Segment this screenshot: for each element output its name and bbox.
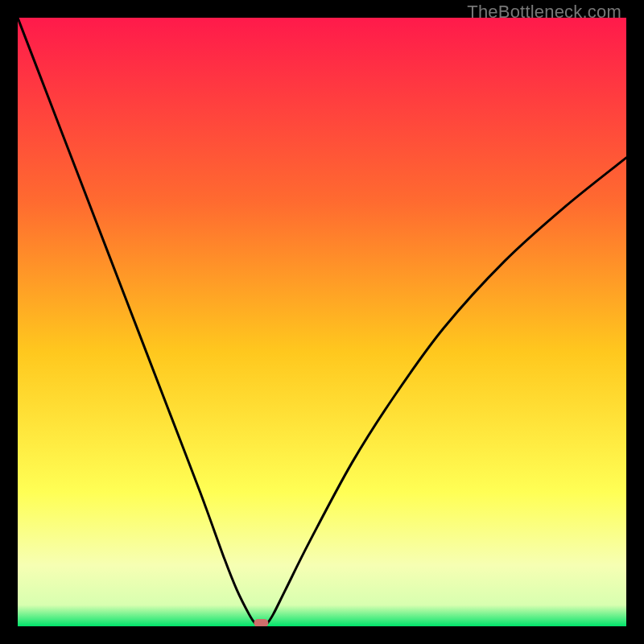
optimum-marker [254,619,268,626]
bottleneck-chart [18,18,626,626]
gradient-fill [18,18,626,626]
chart-frame [18,18,626,626]
